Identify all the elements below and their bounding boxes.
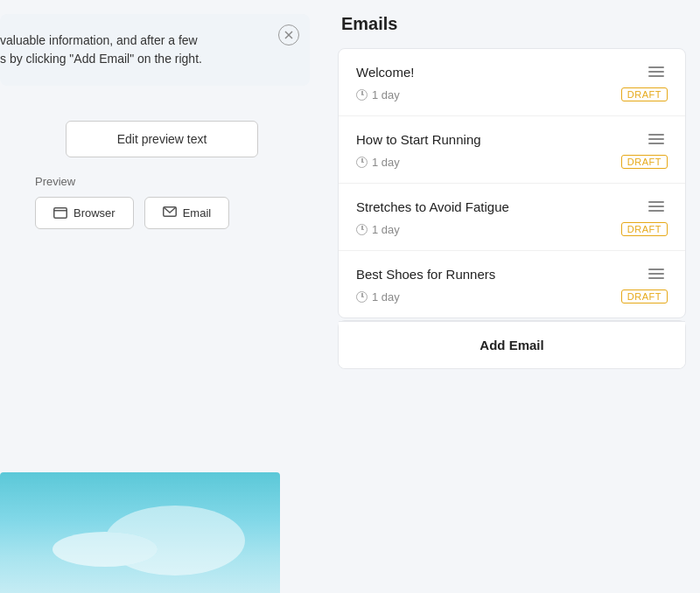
emails-section-title: Emails — [338, 14, 686, 34]
menu-icon[interactable] — [645, 63, 668, 80]
email-preview-button[interactable]: Email — [144, 197, 230, 229]
menu-icon[interactable] — [645, 198, 668, 215]
info-text: valuable information, and after a few s … — [0, 31, 292, 68]
email-time-label: 1 day — [372, 156, 400, 169]
draft-badge: DRAFT — [621, 87, 668, 101]
svg-rect-2 — [54, 208, 67, 219]
emails-list: Welcome! 1 day DRAFT How to Start Runnin… — [338, 48, 686, 318]
edit-preview-text-button[interactable]: Edit preview text — [66, 121, 258, 157]
preview-buttons: Browser Email — [35, 197, 229, 229]
email-title: Stretches to Avoid Fatigue — [356, 199, 509, 214]
email-item: Stretches to Avoid Fatigue 1 day DRAFT — [339, 184, 685, 251]
email-time-label: 1 day — [372, 223, 400, 236]
email-title: Best Shoes for Runners — [356, 267, 495, 282]
clock-icon — [356, 224, 368, 235]
email-icon — [163, 206, 177, 220]
email-time: 1 day — [356, 88, 400, 101]
left-panel: valuable information, and after a few s … — [0, 0, 324, 593]
email-time: 1 day — [356, 223, 400, 236]
email-button-label: Email — [183, 206, 212, 220]
browser-preview-button[interactable]: Browser — [35, 197, 134, 229]
menu-icon[interactable] — [645, 265, 668, 283]
add-email-button[interactable]: Add Email — [339, 321, 685, 368]
email-time: 1 day — [356, 290, 400, 303]
email-title: How to Start Running — [356, 132, 481, 147]
email-item: How to Start Running 1 day DRAFT — [339, 116, 685, 184]
add-email-container: Add Email — [338, 320, 686, 369]
clock-icon — [356, 89, 368, 101]
clock-icon — [356, 291, 368, 303]
draft-badge: DRAFT — [621, 222, 668, 236]
clock-icon — [356, 157, 368, 168]
email-item: Welcome! 1 day DRAFT — [339, 49, 685, 116]
menu-icon[interactable] — [645, 130, 668, 148]
browser-button-label: Browser — [74, 206, 116, 220]
edit-preview-section: Edit preview text Preview Browser — [0, 121, 324, 229]
sky-image — [0, 472, 280, 593]
draft-badge: DRAFT — [621, 155, 668, 169]
email-time-label: 1 day — [372, 290, 400, 303]
browser-icon — [53, 207, 67, 219]
draft-badge: DRAFT — [621, 290, 668, 303]
preview-label: Preview — [35, 175, 75, 188]
close-button[interactable] — [278, 24, 299, 45]
email-time-label: 1 day — [372, 88, 400, 101]
info-card: valuable information, and after a few s … — [0, 14, 310, 86]
email-time: 1 day — [356, 156, 400, 169]
email-title: Welcome! — [356, 65, 414, 80]
right-panel: Emails Welcome! 1 day DRAFT How to Start… — [324, 0, 700, 593]
email-item: Best Shoes for Runners 1 day DRAFT — [339, 251, 685, 317]
